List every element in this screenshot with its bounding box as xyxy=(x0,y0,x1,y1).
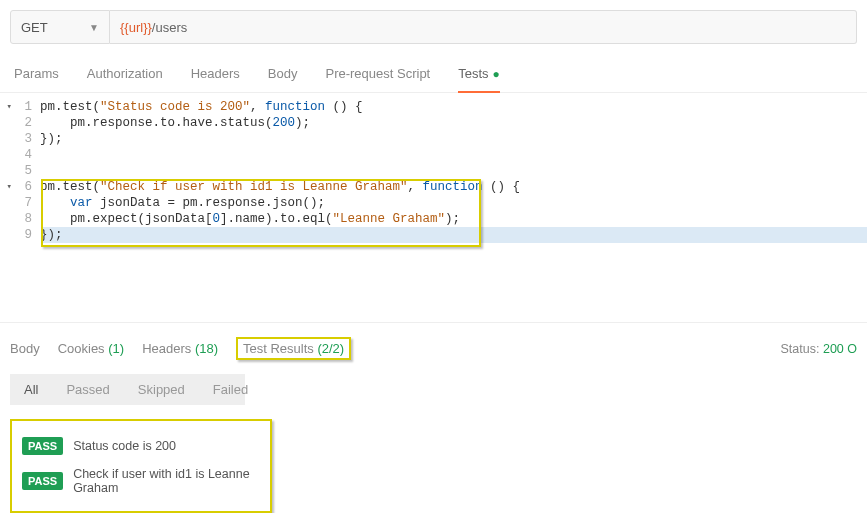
code-content: pm.test("Check if user with id1 is Leann… xyxy=(40,179,867,195)
request-url-input[interactable]: {{url}}/users xyxy=(110,10,857,44)
gutter-line-number: 5 xyxy=(0,163,40,179)
gutter-line-number: 2 xyxy=(0,115,40,131)
fold-marker-icon[interactable]: ▾ xyxy=(7,179,12,195)
tab-body[interactable]: Body xyxy=(268,66,298,92)
code-content: pm.response.to.have.status(200); xyxy=(40,115,867,131)
code-line: 3}); xyxy=(0,131,867,147)
test-result-filters: AllPassedSkippedFailed xyxy=(10,374,245,405)
filter-all[interactable]: All xyxy=(10,374,52,405)
response-tabs: Body Cookies (1) Headers (18) Test Resul… xyxy=(0,323,867,374)
test-result-text: Status code is 200 xyxy=(73,439,176,453)
code-line: 9}); xyxy=(0,227,867,243)
fold-marker-icon[interactable]: ▾ xyxy=(7,99,12,115)
gutter-line-number: 8 xyxy=(0,211,40,227)
gutter-line-number: 7 xyxy=(0,195,40,211)
code-line: 8 pm.expect(jsonData[0].name).to.eql("Le… xyxy=(0,211,867,227)
request-tabs: ParamsAuthorizationHeadersBodyPre-reques… xyxy=(0,54,867,93)
code-content xyxy=(40,163,867,179)
response-status: Status: 200 O xyxy=(781,342,857,356)
tab-authorization[interactable]: Authorization xyxy=(87,66,163,92)
gutter-line-number: 9 xyxy=(0,227,40,243)
code-content xyxy=(40,147,867,163)
code-content: var jsonData = pm.response.json(); xyxy=(40,195,867,211)
http-method-value: GET xyxy=(21,20,48,35)
code-line: 7 var jsonData = pm.response.json(); xyxy=(0,195,867,211)
unsaved-dot-icon: ● xyxy=(493,67,500,81)
gutter-line-number: 4 xyxy=(0,147,40,163)
status-badge: PASS xyxy=(22,472,63,490)
http-method-select[interactable]: GET ▼ xyxy=(10,10,110,44)
code-line: 1▾pm.test("Status code is 200", function… xyxy=(0,99,867,115)
tab-headers[interactable]: Headers xyxy=(191,66,240,92)
code-content: pm.expect(jsonData[0].name).to.eql("Lean… xyxy=(40,211,867,227)
url-path: /users xyxy=(152,20,187,35)
status-badge: PASS xyxy=(22,437,63,455)
code-content: }); xyxy=(40,131,867,147)
tab-headers[interactable]: Headers (18) xyxy=(142,341,218,356)
tab-params[interactable]: Params xyxy=(14,66,59,92)
test-result-row: PASSStatus code is 200 xyxy=(22,431,260,461)
code-line: 6▾pm.test("Check if user with id1 is Lea… xyxy=(0,179,867,195)
tab-pre-request-script[interactable]: Pre-request Script xyxy=(325,66,430,92)
test-result-text: Check if user with id1 is Leanne Graham xyxy=(73,467,260,495)
code-content: pm.test("Status code is 200", function (… xyxy=(40,99,867,115)
code-line: 2 pm.response.to.have.status(200); xyxy=(0,115,867,131)
tab-body[interactable]: Body xyxy=(10,341,40,356)
gutter-line-number: 6▾ xyxy=(0,179,40,195)
code-content: }); xyxy=(40,227,867,243)
code-line: 5 xyxy=(0,163,867,179)
filter-skipped[interactable]: Skipped xyxy=(124,374,199,405)
test-result-row: PASSCheck if user with id1 is Leanne Gra… xyxy=(22,461,260,501)
tests-code-editor[interactable]: 1▾pm.test("Status code is 200", function… xyxy=(0,93,867,323)
test-results-list: PASSStatus code is 200PASSCheck if user … xyxy=(10,419,272,513)
filter-passed[interactable]: Passed xyxy=(52,374,123,405)
chevron-down-icon: ▼ xyxy=(89,22,99,33)
gutter-line-number: 1▾ xyxy=(0,99,40,115)
filter-failed[interactable]: Failed xyxy=(199,374,262,405)
code-line: 4 xyxy=(0,147,867,163)
tab-test-results[interactable]: Test Results (2/2) xyxy=(236,337,351,360)
gutter-line-number: 3 xyxy=(0,131,40,147)
url-variable: {{url}} xyxy=(120,20,152,35)
tab-cookies[interactable]: Cookies (1) xyxy=(58,341,124,356)
tab-tests[interactable]: Tests● xyxy=(458,66,500,93)
